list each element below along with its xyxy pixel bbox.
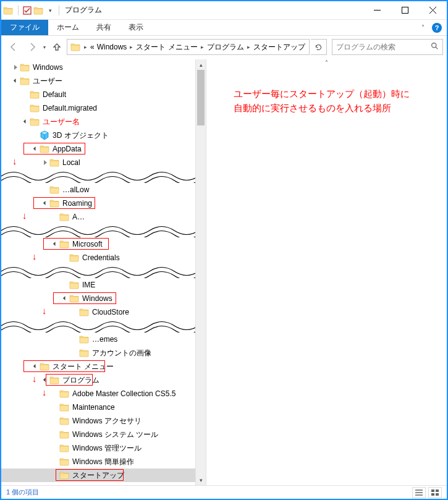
expander-icon[interactable] bbox=[61, 298, 69, 300]
expander-icon[interactable] bbox=[11, 65, 20, 70]
red-arrow-icon: ↓ bbox=[32, 251, 37, 261]
tree-item[interactable]: IME bbox=[1, 278, 206, 292]
tree-item-startup[interactable]: スタートアップ bbox=[1, 468, 206, 482]
tree-item[interactable]: ↓ CloudStore bbox=[1, 305, 206, 319]
breadcrumb-segment[interactable]: スタート メニュー bbox=[135, 42, 198, 53]
folder-icon bbox=[49, 375, 59, 385]
folder-icon bbox=[79, 334, 89, 344]
refresh-button[interactable] bbox=[311, 39, 327, 55]
view-tab[interactable]: 表示 bbox=[120, 20, 152, 35]
tree-item-appdata[interactable]: AppData bbox=[1, 142, 206, 156]
tree-item[interactable]: Windows 管理ツール bbox=[1, 441, 206, 455]
recent-locations-icon[interactable]: ▾ bbox=[42, 44, 47, 50]
content-pane[interactable]: ˄ ユーザー毎にスタートアップ（起動）時に 自動的に実行させるものを入れる場所 bbox=[206, 59, 447, 485]
collapse-ribbon-icon[interactable]: ˅ bbox=[421, 24, 425, 31]
expander-icon[interactable] bbox=[21, 121, 30, 123]
red-arrow-icon: ↓ bbox=[42, 387, 47, 397]
tree-item-microsoft[interactable]: Microsoft bbox=[1, 237, 206, 251]
tree-item-startmenu[interactable]: スタート メニュー bbox=[1, 360, 206, 373]
folder-icon bbox=[59, 239, 69, 249]
tree-item[interactable]: …alLow bbox=[1, 183, 206, 197]
details-view-button[interactable] bbox=[412, 487, 426, 498]
minimize-button[interactable] bbox=[363, 1, 391, 20]
tree-item[interactable]: ↓ Credentials bbox=[1, 251, 206, 265]
omission-wave bbox=[1, 265, 206, 278]
folder-icon bbox=[59, 443, 69, 453]
tree-item[interactable]: …emes bbox=[1, 333, 206, 346]
large-icons-view-button[interactable] bbox=[428, 487, 442, 498]
column-sort-icon[interactable]: ˄ bbox=[325, 59, 328, 66]
up-button[interactable] bbox=[48, 38, 66, 56]
home-tab[interactable]: ホーム bbox=[48, 20, 88, 35]
folder-icon bbox=[69, 253, 79, 263]
folder-icon bbox=[59, 212, 69, 222]
help-icon[interactable]: ? bbox=[432, 23, 442, 33]
folder-icon bbox=[69, 294, 79, 303]
maximize-button[interactable] bbox=[391, 1, 419, 20]
qat-folder-icon[interactable] bbox=[34, 5, 45, 16]
folder-icon bbox=[20, 76, 30, 86]
tree-item-username[interactable]: ユーザー名 bbox=[1, 115, 206, 129]
quick-access-toolbar: ▾ bbox=[1, 5, 57, 16]
chevron-right-icon[interactable]: ▸ bbox=[199, 44, 206, 50]
svg-rect-4 bbox=[436, 489, 439, 492]
scroll-down-icon[interactable]: ▾ bbox=[196, 475, 206, 485]
search-box[interactable]: プログラムの検索 bbox=[332, 39, 443, 55]
folder-icon bbox=[30, 90, 40, 100]
chevron-down-icon[interactable]: ⌄ bbox=[306, 44, 310, 50]
folder-icon bbox=[59, 416, 69, 426]
tree-item[interactable]: Windows システム ツール bbox=[1, 428, 206, 441]
tree-item-windows[interactable]: Windows bbox=[1, 292, 206, 305]
folder-icon bbox=[79, 307, 89, 317]
tree-item[interactable]: Default.migrated bbox=[1, 101, 206, 115]
tree-item[interactable]: Maintenance bbox=[1, 400, 206, 414]
close-button[interactable] bbox=[419, 1, 447, 20]
breadcrumb-segment[interactable]: スタートアップ bbox=[252, 42, 306, 53]
red-arrow-icon: ↓ bbox=[22, 210, 27, 221]
window-controls bbox=[363, 1, 447, 20]
tree-item[interactable]: アカウントの画像 bbox=[1, 346, 206, 360]
properties-icon[interactable] bbox=[22, 5, 33, 16]
search-icon[interactable] bbox=[431, 42, 439, 52]
back-button[interactable] bbox=[5, 38, 22, 56]
tree-item[interactable]: ↓ A… bbox=[1, 210, 206, 224]
scroll-up-icon[interactable]: ▴ bbox=[196, 59, 206, 70]
address-bar[interactable]: ▸ « Windows ▸ スタート メニュー ▸ プログラム ▸ スタートアッ… bbox=[67, 39, 310, 55]
expander-icon[interactable] bbox=[31, 366, 40, 368]
folder-tree: Windows ユーザー Default Default.migrated ユー… bbox=[1, 59, 206, 485]
tree-item[interactable]: Windows アクセサリ bbox=[1, 414, 206, 428]
chevron-right-icon[interactable]: ▸ bbox=[82, 44, 89, 50]
expander-icon[interactable] bbox=[41, 203, 49, 205]
tree-item-roaming[interactable]: Roaming bbox=[1, 197, 206, 210]
tree-item[interactable]: ユーザー bbox=[1, 74, 206, 88]
scroll-thumb[interactable] bbox=[197, 70, 205, 125]
breadcrumb-segment[interactable]: « bbox=[89, 43, 96, 51]
folder-icon bbox=[49, 185, 59, 195]
tree-item[interactable]: ↓ Local bbox=[1, 156, 206, 169]
breadcrumb-segment[interactable]: プログラム bbox=[206, 42, 245, 53]
vertical-scrollbar[interactable]: ▴ ▾ bbox=[195, 59, 206, 485]
tree-item[interactable]: Default bbox=[1, 88, 206, 101]
svg-rect-6 bbox=[436, 493, 439, 496]
file-tab[interactable]: ファイル bbox=[1, 20, 48, 35]
share-tab[interactable]: 共有 bbox=[88, 20, 120, 35]
omission-wave bbox=[1, 224, 206, 237]
qat-customize-icon[interactable]: ▾ bbox=[46, 7, 54, 14]
tree-item[interactable]: Windows 簡単操作 bbox=[1, 455, 206, 468]
separator bbox=[59, 6, 59, 15]
expander-icon[interactable] bbox=[51, 244, 59, 245]
folder-icon bbox=[30, 103, 40, 113]
forward-button[interactable] bbox=[23, 38, 41, 56]
expander-icon[interactable] bbox=[41, 379, 49, 381]
chevron-right-icon[interactable]: ▸ bbox=[245, 44, 252, 50]
tree-item[interactable]: Windows bbox=[1, 61, 206, 74]
breadcrumb-segment[interactable]: Windows bbox=[96, 43, 129, 51]
tree-item[interactable]: 3D オブジェクト bbox=[1, 129, 206, 142]
expander-icon[interactable] bbox=[41, 160, 49, 165]
tree-item-programs[interactable]: ↓ プログラム bbox=[1, 373, 206, 387]
navigation-bar: ▾ ▸ « Windows ▸ スタート メニュー ▸ プログラム ▸ スタート… bbox=[1, 36, 447, 58]
chevron-right-icon[interactable]: ▸ bbox=[128, 44, 135, 50]
expander-icon[interactable] bbox=[11, 80, 20, 82]
expander-icon[interactable] bbox=[31, 148, 40, 150]
tree-item[interactable]: ↓ Adobe Master Collection CS5.5 bbox=[1, 387, 206, 400]
